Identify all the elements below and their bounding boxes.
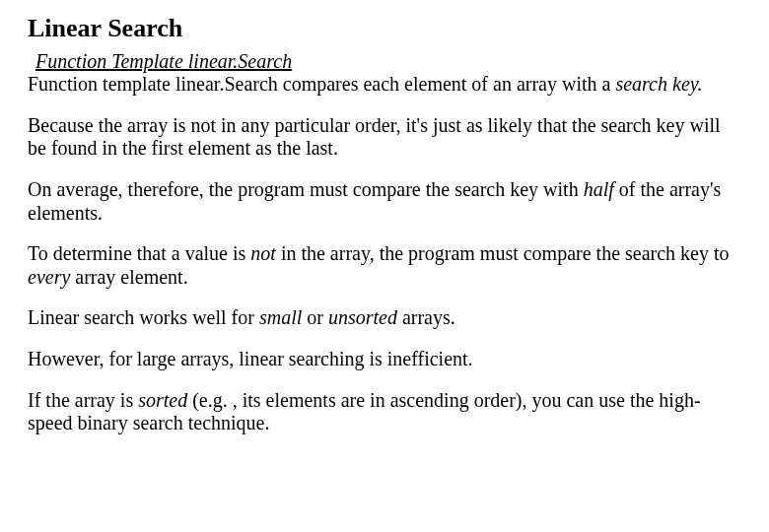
subheading: Function Template linear.Search xyxy=(35,50,741,74)
text-italic: unsorted xyxy=(328,306,397,328)
text: array element. xyxy=(70,266,187,288)
text: Function template linear.Search compares… xyxy=(28,73,615,95)
paragraph: However, for large arrays, linear search… xyxy=(28,348,741,371)
paragraph: If the array is sorted (e.g. , its eleme… xyxy=(28,389,741,435)
text-italic: not xyxy=(250,242,276,264)
text-italic: every xyxy=(28,266,70,288)
paragraph: Linear search works well for small or un… xyxy=(28,306,741,330)
text: To determine that a value is xyxy=(28,242,250,264)
text: in the array, the program must compare t… xyxy=(276,242,730,264)
paragraph: On average, therefore, the program must … xyxy=(28,178,741,225)
text-italic: sorted xyxy=(138,389,187,411)
paragraph: Because the array is not in any particul… xyxy=(28,114,741,161)
text: Linear search works well for xyxy=(28,306,259,328)
text-italic: small xyxy=(259,306,302,328)
paragraph-intro: Function template linear.Search compares… xyxy=(28,73,741,97)
text: or xyxy=(302,306,328,328)
paragraph: To determine that a value is not in the … xyxy=(28,242,741,289)
text: arrays. xyxy=(397,306,455,328)
text-italic: half xyxy=(584,178,614,200)
text: On average, therefore, the program must … xyxy=(28,178,584,200)
page-title: Linear Search xyxy=(28,14,741,44)
text-italic: search key. xyxy=(615,73,702,95)
text: If the array is xyxy=(28,389,138,411)
